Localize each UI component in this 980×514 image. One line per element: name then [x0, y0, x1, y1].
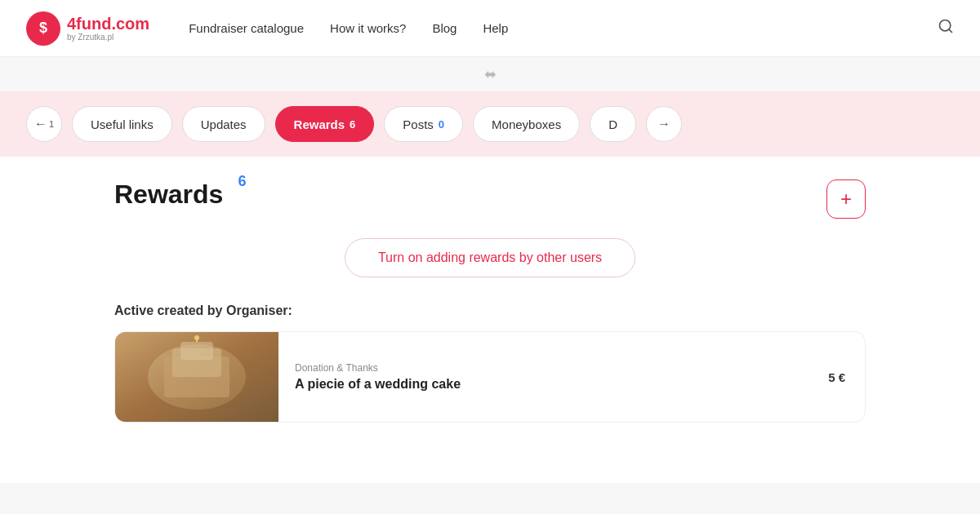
- rewards-title: Rewards: [114, 179, 223, 210]
- rewards-header: Rewards 6 +: [114, 179, 866, 219]
- reward-image-svg: [115, 332, 278, 422]
- logo-main: 4fund.com: [67, 15, 149, 33]
- rewards-count-badge: 6: [238, 173, 246, 190]
- nav-blog[interactable]: Blog: [432, 21, 457, 35]
- logo-sub: by Zrzutka.pl: [67, 33, 149, 42]
- turn-on-rewards-button[interactable]: Turn on adding rewards by other users: [345, 238, 635, 277]
- tab-d[interactable]: D: [590, 106, 636, 142]
- svg-line-1: [949, 29, 952, 33]
- tab-moneyboxes[interactable]: Moneyboxes: [473, 106, 580, 142]
- svg-rect-6: [180, 342, 213, 360]
- logo-text: 4fund.com by Zrzutka.pl: [67, 15, 149, 42]
- search-icon[interactable]: [938, 18, 954, 38]
- reward-card: Donation & Thanks A piecie of a wedding …: [114, 331, 866, 423]
- nav-links: Fundraiser catalogue How it works? Blog …: [189, 21, 938, 35]
- rewards-title-area: Rewards 6: [114, 179, 223, 210]
- reward-image: [115, 332, 278, 422]
- svg-point-8: [194, 335, 199, 340]
- tab-posts[interactable]: Posts 0: [384, 106, 463, 142]
- active-organiser-label: Active created by Organiser:: [114, 304, 866, 318]
- logo[interactable]: $ 4fund.com by Zrzutka.pl: [26, 11, 149, 46]
- reward-price: 5 €: [808, 359, 865, 396]
- nav-help[interactable]: Help: [483, 21, 508, 35]
- tab-updates[interactable]: Updates: [182, 106, 265, 142]
- logo-icon-text: $: [39, 20, 47, 37]
- tab-next-arrow[interactable]: →: [646, 106, 682, 142]
- tab-rewards[interactable]: Rewards 6: [275, 106, 375, 142]
- main-content: Rewards 6 + Turn on adding rewards by ot…: [0, 157, 980, 483]
- scroll-indicator: ⬌: [0, 57, 980, 91]
- nav-how-it-works[interactable]: How it works?: [330, 21, 406, 35]
- reward-info: Donation & Thanks A piecie of a wedding …: [278, 332, 808, 422]
- reward-category: Donation & Thanks: [295, 362, 792, 374]
- nav-fundraiser-catalogue[interactable]: Fundraiser catalogue: [189, 21, 304, 35]
- tab-useful-links[interactable]: Useful links: [72, 106, 172, 142]
- reward-name: A piecie of a wedding cake: [295, 377, 792, 392]
- add-reward-button[interactable]: +: [826, 179, 866, 219]
- tab-prev-arrow[interactable]: ← 1: [26, 106, 62, 142]
- logo-icon: $: [26, 11, 60, 46]
- tabs-container: ← 1 Useful links Updates Rewards 6 Posts…: [0, 91, 980, 157]
- navbar: $ 4fund.com by Zrzutka.pl Fundraiser cat…: [0, 0, 980, 57]
